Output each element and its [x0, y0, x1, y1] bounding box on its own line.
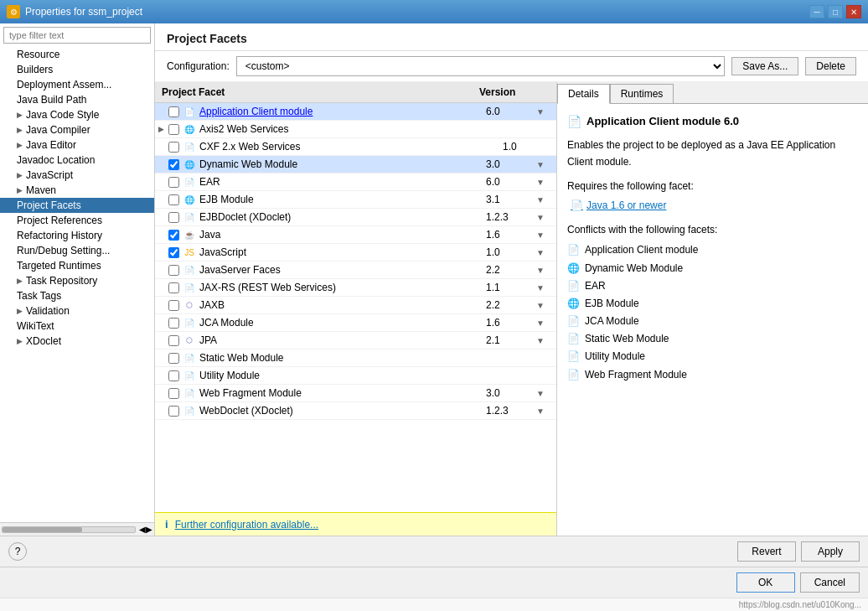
table-row[interactable]: 📄 WebDoclet (XDoclet) 1.2.3 ▼	[155, 402, 556, 420]
sidebar-item-resource[interactable]: Resource	[0, 47, 154, 62]
info-bar: i Further configuration available...	[155, 512, 556, 536]
sidebar-item-task-repository[interactable]: ▶ Task Repository	[0, 273, 154, 288]
close-button[interactable]: ✕	[846, 5, 861, 18]
facet-version-dropdown[interactable]: ▼	[536, 178, 553, 187]
table-row[interactable]: ▶ 🌐 Axis2 Web Services	[155, 121, 556, 138]
title-bar: ⚙ Properties for ssm_project ─ □ ✕	[0, 0, 868, 23]
facet-version-dropdown[interactable]: ▼	[536, 336, 553, 345]
details-description: Enables the project to be deployed as a …	[567, 137, 858, 169]
facet-checkbox[interactable]	[168, 194, 179, 205]
facet-version-dropdown[interactable]: ▼	[536, 318, 553, 328]
sidebar-item-run-debug[interactable]: Run/Debug Setting...	[0, 243, 154, 258]
ok-button[interactable]: OK	[736, 572, 795, 593]
facet-name: JAXB	[199, 299, 486, 311]
table-row[interactable]: 📄 CXF 2.x Web Services 1.0	[155, 138, 556, 156]
sidebar-item-targeted-runtimes[interactable]: Targeted Runtimes	[0, 258, 154, 273]
facet-checkbox[interactable]	[168, 142, 179, 153]
facet-version-dropdown[interactable]: ▼	[536, 230, 553, 240]
facet-checkbox[interactable]	[168, 212, 179, 223]
sidebar-item-validation[interactable]: ▶ Validation	[0, 303, 154, 318]
sidebar-tree: Resource Builders Deployment Assem... Ja…	[0, 47, 154, 522]
sidebar-item-javadoc[interactable]: Javadoc Location	[0, 153, 154, 168]
sidebar-item-java-build-path[interactable]: Java Build Path	[0, 92, 154, 107]
requires-link[interactable]: 📄 Java 1.6 or newer	[571, 198, 858, 214]
revert-button[interactable]: Revert	[737, 541, 796, 562]
facet-checkbox[interactable]	[168, 106, 179, 117]
conflict-icon: 🌐	[567, 261, 580, 277]
facet-version-dropdown[interactable]: ▼	[536, 248, 553, 257]
save-as-button[interactable]: Save As...	[731, 57, 798, 75]
facet-version-dropdown[interactable]: ▼	[536, 301, 553, 310]
sidebar-item-project-facets[interactable]: Project Facets	[0, 198, 154, 213]
delete-button[interactable]: Delete	[805, 57, 856, 75]
facet-checkbox[interactable]	[168, 370, 179, 381]
table-row[interactable]: 📄 JCA Module 1.6 ▼	[155, 314, 556, 332]
maximize-button[interactable]: □	[828, 5, 843, 18]
table-row[interactable]: 📄 EAR 6.0 ▼	[155, 173, 556, 191]
facet-name: Axis2 Web Services	[199, 123, 503, 135]
details-tabs: Details Runtimes	[557, 82, 868, 104]
table-row[interactable]: ☕ Java 1.6 ▼	[155, 226, 556, 244]
sidebar-item-wikitext[interactable]: WikiText	[0, 318, 154, 334]
facet-checkbox[interactable]	[168, 300, 179, 311]
tab-runtimes[interactable]: Runtimes	[610, 84, 674, 103]
apply-button[interactable]: Apply	[801, 541, 860, 562]
sidebar-item-deployment[interactable]: Deployment Assem...	[0, 77, 154, 92]
table-row[interactable]: ⬡ JPA 2.1 ▼	[155, 332, 556, 350]
facet-checkbox[interactable]	[168, 159, 179, 170]
facet-checkbox[interactable]	[168, 335, 179, 346]
facet-checkbox[interactable]	[168, 318, 179, 329]
facet-version-dropdown[interactable]: ▼	[536, 389, 553, 398]
sidebar-item-java-editor[interactable]: ▶ Java Editor	[0, 137, 154, 153]
facet-checkbox[interactable]	[168, 388, 179, 399]
facet-version-dropdown[interactable]: ▼	[536, 213, 553, 222]
facet-checkbox[interactable]	[168, 406, 179, 417]
cancel-button[interactable]: Cancel	[800, 572, 860, 593]
facet-version-dropdown[interactable]: ▼	[536, 283, 553, 293]
facet-version-dropdown[interactable]: ▼	[536, 195, 553, 205]
facet-checkbox[interactable]	[168, 124, 179, 135]
config-select[interactable]: <custom>	[236, 56, 726, 76]
facet-version-dropdown[interactable]: ▼	[536, 160, 553, 169]
sidebar-item-xdoclet[interactable]: ▶ XDoclet	[0, 334, 154, 349]
sidebar-item-project-references[interactable]: Project References	[0, 213, 154, 228]
sidebar-scrollbar[interactable]: ◀ ▶	[0, 522, 154, 536]
table-row[interactable]: 📄 EJBDoclet (XDoclet) 1.2.3 ▼	[155, 209, 556, 226]
window-icon: ⚙	[7, 5, 20, 18]
sidebar-item-maven[interactable]: ▶ Maven	[0, 183, 154, 198]
requires-icon: 📄	[571, 198, 583, 214]
filter-input[interactable]	[3, 27, 151, 44]
tab-details[interactable]: Details	[557, 84, 610, 104]
sidebar-item-builders[interactable]: Builders	[0, 62, 154, 77]
table-row[interactable]: 📄 Utility Module	[155, 367, 556, 385]
facet-checkbox[interactable]	[168, 265, 179, 276]
table-row[interactable]: 📄 Web Fragment Module 3.0 ▼	[155, 385, 556, 402]
bottom-right: Revert Apply	[737, 541, 860, 562]
facet-name: WebDoclet (XDoclet)	[199, 405, 486, 417]
facet-version-dropdown[interactable]: ▼	[536, 266, 553, 275]
table-row[interactable]: 📄 Static Web Module	[155, 350, 556, 367]
facet-checkbox[interactable]	[168, 247, 179, 258]
sidebar-item-java-code-style[interactable]: ▶ Java Code Style	[0, 107, 154, 122]
sidebar-item-refactoring[interactable]: Refactoring History	[0, 228, 154, 243]
facet-checkbox[interactable]	[168, 353, 179, 364]
table-row[interactable]: 📄 JAX-RS (REST Web Services) 1.1 ▼	[155, 279, 556, 297]
table-row[interactable]: ⬡ JAXB 2.2 ▼	[155, 297, 556, 314]
sidebar-item-task-tags[interactable]: Task Tags	[0, 288, 154, 303]
table-row[interactable]: 🌐 EJB Module 3.1 ▼	[155, 191, 556, 209]
table-row[interactable]: 📄 Application Client module 6.0 ▼	[155, 103, 556, 121]
sidebar-item-javascript[interactable]: ▶ JavaScript	[0, 168, 154, 183]
facet-version-dropdown[interactable]: ▼	[536, 107, 553, 117]
facet-version-dropdown[interactable]: ▼	[536, 406, 553, 416]
sidebar-item-java-compiler[interactable]: ▶ Java Compiler	[0, 122, 154, 137]
table-row[interactable]: 🌐 Dynamic Web Module 3.0 ▼	[155, 156, 556, 173]
further-config-link[interactable]: Further configuration available...	[175, 519, 318, 531]
facet-checkbox[interactable]	[168, 177, 179, 188]
minimize-button[interactable]: ─	[809, 5, 824, 18]
details-requires-section: Requires the following facet: 📄 Java 1.6…	[567, 179, 858, 214]
table-row[interactable]: JS JavaScript 1.0 ▼	[155, 244, 556, 261]
facet-checkbox[interactable]	[168, 282, 179, 293]
facet-checkbox[interactable]	[168, 230, 179, 241]
help-button[interactable]: ?	[8, 542, 27, 561]
table-row[interactable]: 📄 JavaServer Faces 2.2 ▼	[155, 261, 556, 279]
